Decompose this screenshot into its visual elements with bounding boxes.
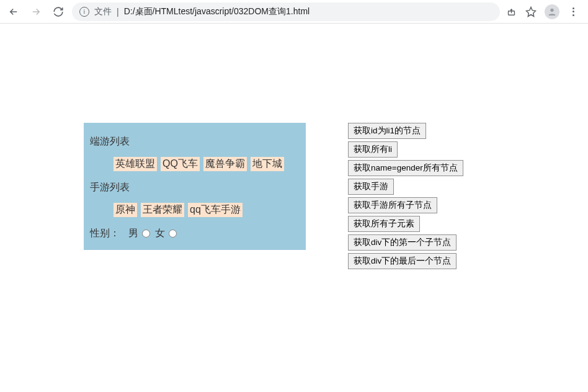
mobile-games-list: 原神 王者荣耀 qq飞车手游 (84, 200, 306, 223)
left-panel: 端游列表 英雄联盟 QQ飞车 魔兽争霸 地下城 手游列表 原神 王者荣耀 qq飞… (84, 123, 306, 250)
list-item: 地下城 (251, 157, 284, 171)
file-label: 文件 (94, 6, 112, 17)
btn-get-gender-nodes[interactable]: 获取name=gender所有节点 (348, 160, 463, 176)
list-item: 英雄联盟 (114, 157, 157, 171)
list-item: 王者荣耀 (141, 203, 184, 217)
svg-point-1 (550, 8, 553, 11)
browser-toolbar: i 文件 | D:/桌面/HTMLtest/javascript/032DOM查… (0, 0, 588, 24)
list-item: 魔兽争霸 (203, 157, 247, 171)
star-icon[interactable] (525, 6, 537, 18)
pc-games-title: 端游列表 (84, 131, 306, 154)
gender-label: 性别： (90, 227, 120, 240)
gender-female-label: 女 (155, 227, 165, 240)
btn-get-first-child[interactable]: 获取div下的第一个子节点 (348, 234, 457, 251)
mobile-games-title: 手游列表 (84, 177, 306, 200)
forward-button[interactable] (27, 3, 45, 20)
url-text: D:/桌面/HTMLtest/javascript/032DOM查询1.html (124, 6, 492, 17)
btn-get-mobile-children[interactable]: 获取手游所有子节点 (348, 197, 437, 213)
share-icon[interactable] (505, 6, 517, 18)
gender-male-label: 男 (128, 227, 138, 240)
gender-row: 性别： 男 女 (84, 223, 306, 240)
list-item: qq飞车手游 (188, 203, 243, 217)
info-icon: i (79, 7, 89, 17)
url-separator: | (117, 7, 119, 17)
btn-get-mobile[interactable]: 获取手游 (348, 179, 394, 195)
address-bar[interactable]: i 文件 | D:/桌面/HTMLtest/javascript/032DOM查… (72, 2, 500, 21)
btn-get-last-child[interactable]: 获取div下的最后一个节点 (348, 253, 457, 269)
pc-games-list: 英雄联盟 QQ飞车 魔兽争霸 地下城 (84, 154, 306, 177)
page-content: 端游列表 英雄联盟 QQ飞车 魔兽争霸 地下城 手游列表 原神 王者荣耀 qq飞… (0, 24, 588, 269)
gender-male-radio[interactable] (142, 229, 150, 238)
btn-get-all-li[interactable]: 获取所有li (348, 141, 398, 158)
right-panel: 获取id为li1的节点 获取所有li 获取name=gender所有节点 获取手… (348, 123, 463, 269)
toolbar-right (505, 4, 583, 19)
reload-button[interactable] (50, 3, 67, 20)
btn-get-all-children[interactable]: 获取所有子元素 (348, 216, 420, 232)
list-item: 原神 (114, 203, 137, 217)
gender-female-radio[interactable] (169, 229, 177, 238)
btn-get-li1[interactable]: 获取id为li1的节点 (348, 123, 426, 139)
back-button[interactable] (5, 3, 22, 20)
list-item: QQ飞车 (161, 157, 200, 171)
menu-button[interactable] (567, 6, 579, 18)
profile-avatar[interactable] (545, 4, 559, 19)
